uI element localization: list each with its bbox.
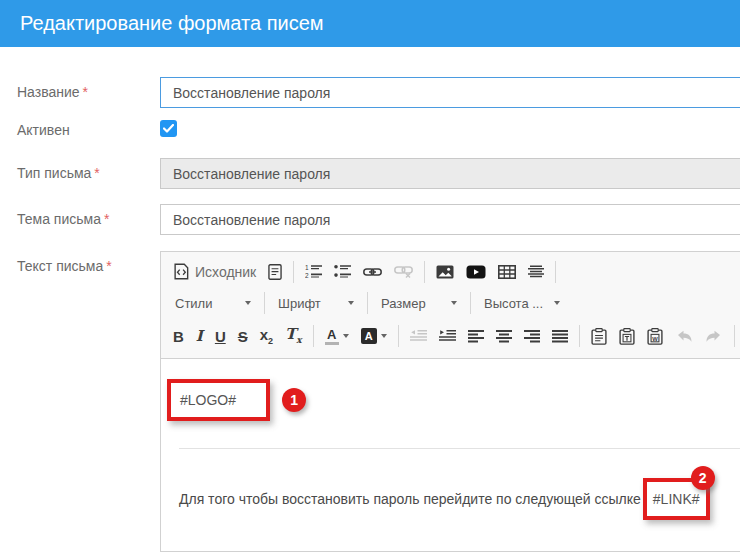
- horizontal-line-icon: [528, 265, 544, 279]
- link-token-highlight-box: #LINK# 2: [643, 478, 710, 520]
- align-right-button[interactable]: [519, 327, 545, 346]
- indent-button[interactable]: [434, 326, 461, 346]
- name-input[interactable]: [160, 77, 740, 108]
- unlink-icon: [394, 265, 413, 278]
- text-color-button[interactable]: A: [320, 325, 354, 348]
- templates-button[interactable]: [263, 261, 287, 283]
- align-center-button[interactable]: [491, 327, 517, 346]
- underline-button[interactable]: U: [210, 326, 231, 347]
- editor-content-area[interactable]: #LOGO# 1 Для того чтобы восстановить пар…: [161, 359, 740, 520]
- remove-format-button[interactable]: Tx: [280, 324, 307, 348]
- indent-icon: [439, 329, 456, 343]
- toolbar-separator: [367, 292, 368, 314]
- active-checkbox[interactable]: [160, 120, 177, 137]
- paste-icon: [591, 328, 607, 345]
- chevron-down-icon: [381, 334, 387, 338]
- line-height-combo[interactable]: Высота ...: [478, 292, 566, 315]
- redo-icon: [705, 330, 723, 343]
- unlink-button: [389, 262, 418, 281]
- size-combo[interactable]: Размер: [375, 292, 463, 315]
- required-mark: *: [106, 258, 111, 274]
- justify-icon: [552, 330, 568, 343]
- editor-toolbar: Исходник 12: [161, 252, 740, 359]
- active-label: Активен: [0, 120, 160, 138]
- page-header: Редактирование формата писем: [0, 0, 740, 47]
- table-button[interactable]: [493, 262, 521, 282]
- youtube-button[interactable]: [461, 262, 491, 282]
- image-button[interactable]: [431, 262, 459, 282]
- toolbar-separator: [264, 292, 265, 314]
- toolbar-separator: [555, 261, 556, 283]
- align-right-icon: [524, 330, 540, 343]
- horizontal-line-button[interactable]: [523, 262, 549, 282]
- justify-button[interactable]: [547, 327, 573, 346]
- text-color-icon: A: [325, 328, 339, 345]
- logo-placeholder-token: #LOGO#: [180, 392, 236, 408]
- form-row-body: Текст письма* Исходник: [0, 251, 740, 552]
- italic-button[interactable]: I: [191, 326, 208, 347]
- type-input: [160, 158, 740, 189]
- form-row-subject: Тема письма*: [0, 204, 740, 235]
- link-button[interactable]: [358, 263, 387, 281]
- numbered-list-button[interactable]: 12: [300, 261, 327, 282]
- paste-plain-text-icon: [619, 328, 635, 345]
- youtube-icon: [466, 265, 486, 279]
- toolbar-separator: [293, 261, 294, 283]
- toolbar-separator: [734, 325, 735, 347]
- bulleted-list-icon: [334, 264, 351, 279]
- align-left-button[interactable]: [463, 327, 489, 346]
- toolbar-row-3: B I U S x2 Tx A: [167, 318, 740, 354]
- outdent-icon: [410, 329, 427, 343]
- content-divider: [179, 448, 740, 449]
- body-paragraph-text: Для того чтобы восстановить пароль перей…: [179, 491, 641, 507]
- required-mark: *: [83, 84, 88, 100]
- styles-combo[interactable]: Стили: [169, 292, 257, 315]
- toolbar-separator: [579, 325, 580, 347]
- align-center-icon: [496, 330, 512, 343]
- svg-text:1: 1: [305, 264, 309, 271]
- toolbar-row-2: Стили Шрифт Размер: [167, 288, 740, 318]
- page-title: Редактирование формата писем: [20, 12, 324, 35]
- source-button[interactable]: Исходник: [168, 260, 261, 283]
- font-combo[interactable]: Шрифт: [272, 292, 360, 315]
- paste-button[interactable]: [586, 325, 612, 348]
- toolbar-separator: [398, 325, 399, 347]
- required-mark: *: [94, 165, 99, 181]
- rich-text-editor: Исходник 12: [160, 251, 740, 552]
- annotation-badge-2: 2: [691, 466, 715, 490]
- form-row-type: Тип письма*: [0, 158, 740, 189]
- annotation-badge-1: 1: [282, 388, 306, 412]
- link-placeholder-token: #LINK#: [653, 491, 700, 507]
- page: Редактирование формата писем Название* А…: [0, 0, 740, 552]
- strikethrough-button[interactable]: S: [233, 326, 253, 347]
- paste-plain-text-button[interactable]: [614, 325, 640, 348]
- subscript-button[interactable]: x2: [255, 324, 278, 349]
- toolbar-separator: [424, 261, 425, 283]
- undo-button: [670, 327, 698, 346]
- subject-input[interactable]: [160, 204, 740, 235]
- background-color-button[interactable]: A: [356, 325, 392, 347]
- chevron-down-icon: [343, 334, 349, 338]
- body-label: Текст письма*: [0, 251, 160, 552]
- chevron-down-icon: [245, 301, 251, 305]
- required-mark: *: [104, 211, 109, 227]
- svg-text:W: W: [652, 335, 658, 341]
- paste-from-word-button[interactable]: W: [642, 325, 668, 348]
- link-icon: [363, 266, 382, 278]
- redo-button: [700, 327, 728, 346]
- align-left-icon: [468, 330, 484, 343]
- bulleted-list-button[interactable]: [329, 261, 356, 282]
- bold-button[interactable]: B: [168, 326, 189, 347]
- undo-icon: [675, 330, 693, 343]
- logo-token-highlight-box: #LOGO# 1: [167, 379, 270, 421]
- name-label: Название*: [0, 77, 160, 108]
- toolbar-separator: [313, 325, 314, 347]
- image-icon: [436, 265, 454, 279]
- checkmark-icon: [163, 124, 174, 133]
- form-row-active: Активен: [0, 120, 740, 138]
- outdent-button: [405, 326, 432, 346]
- source-icon: [173, 263, 190, 280]
- subject-label: Тема письма*: [0, 204, 160, 235]
- toolbar-row-1: Исходник 12: [167, 255, 740, 288]
- templates-icon: [268, 264, 282, 280]
